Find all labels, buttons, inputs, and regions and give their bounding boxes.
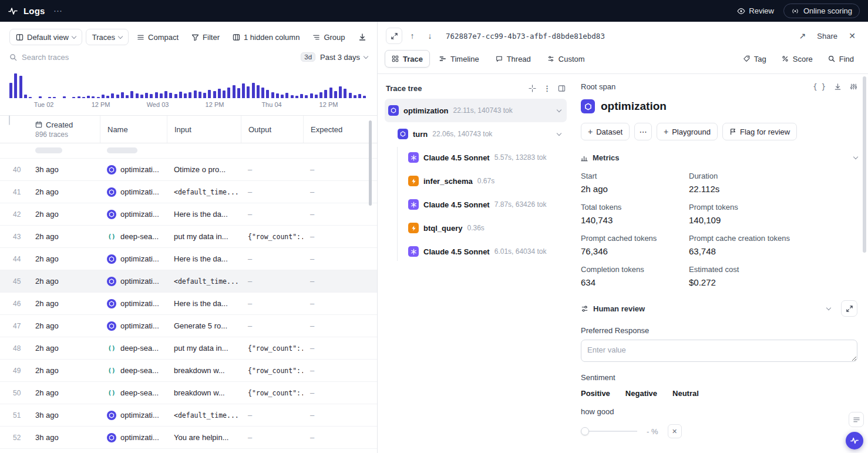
assistant-fab-button[interactable] bbox=[846, 432, 863, 449]
find-button[interactable]: Find bbox=[821, 50, 861, 68]
table-row[interactable]: 422h agooptimizati...Here is the da...–– bbox=[0, 203, 377, 226]
table-row[interactable]: 462h agooptimizati...Here is the da...–– bbox=[0, 293, 377, 315]
clear-score-button[interactable]: ✕ bbox=[668, 424, 682, 438]
share-button[interactable]: Share bbox=[817, 32, 837, 41]
prev-trace-button[interactable]: ↑ bbox=[405, 28, 420, 43]
flag-icon bbox=[729, 128, 736, 135]
tag-button[interactable]: Tag bbox=[736, 50, 773, 68]
review-button[interactable]: Review bbox=[737, 6, 774, 15]
open-playground-button[interactable]: +Playground bbox=[657, 123, 718, 140]
function-icon: () bbox=[107, 232, 116, 241]
trace-tree-node[interactable]: Claude 4.5 Sonnet6.01s, 64034 tok bbox=[385, 240, 567, 263]
histogram-bar bbox=[130, 91, 133, 98]
chevron-down-icon bbox=[826, 305, 831, 310]
panel-toggle-icon[interactable] bbox=[558, 85, 566, 92]
score-button[interactable]: Score bbox=[775, 50, 820, 68]
histogram-bar bbox=[208, 90, 211, 98]
tab-custom[interactable]: Custom bbox=[540, 50, 592, 68]
table-row[interactable]: 523h agooptimizati...You are helpin...–– bbox=[0, 427, 377, 449]
select-all-checkbox[interactable] bbox=[9, 115, 10, 125]
tune-icon[interactable] bbox=[850, 83, 857, 90]
table-row[interactable]: 482h ago()deep-sea...put my data in...{"… bbox=[0, 337, 377, 360]
more-options-icon[interactable]: ⋮ bbox=[543, 84, 551, 93]
trace-tree-panel: Trace tree ⋮ optimization22.11s, 140743 … bbox=[378, 74, 573, 453]
input-cell: <default_time... bbox=[167, 277, 241, 286]
metric-label: Completion tokens bbox=[581, 265, 689, 274]
table-scrollbar[interactable] bbox=[369, 120, 372, 206]
trace-count: 896 traces bbox=[35, 130, 68, 139]
close-button[interactable]: ✕ bbox=[845, 28, 860, 43]
histogram-bar bbox=[310, 93, 313, 98]
trace-tree-node[interactable]: turn22.06s, 140743 tok bbox=[385, 122, 567, 146]
sentiment-positive-button[interactable]: Positive bbox=[581, 389, 610, 398]
download-button[interactable] bbox=[354, 29, 371, 45]
table-row[interactable]: 452h agooptimizati...<default_time...–– bbox=[0, 270, 377, 293]
trace-tree-node[interactable]: btql_query0.36s bbox=[385, 216, 567, 240]
filter-button[interactable]: Filter bbox=[187, 29, 224, 45]
json-view-icon[interactable]: { } bbox=[813, 83, 826, 91]
topbar-more-button[interactable]: ⋯ bbox=[51, 6, 65, 16]
search-input[interactable] bbox=[22, 53, 296, 62]
traces-selector[interactable]: Traces bbox=[86, 29, 129, 45]
group-button[interactable]: Group bbox=[308, 29, 349, 45]
table-row[interactable]: 472h agooptimizati...Generate 5 ro...–– bbox=[0, 315, 377, 337]
table-row[interactable]: 412h agooptimizati...<default_time...–– bbox=[0, 181, 377, 203]
table-row[interactable]: 492h ago()deep-sea...breakdown w...{"row… bbox=[0, 360, 377, 382]
column-header-name[interactable]: Name bbox=[100, 116, 167, 143]
flag-for-review-button[interactable]: Flag for review bbox=[722, 123, 797, 140]
list-toggle-button[interactable] bbox=[849, 412, 864, 427]
human-review-header[interactable]: Human review bbox=[581, 300, 857, 317]
add-to-dataset-button[interactable]: +Dataset bbox=[581, 123, 630, 140]
row-number: 42 bbox=[0, 210, 28, 219]
tab-trace[interactable]: Trace bbox=[385, 50, 430, 68]
preferred-response-input[interactable] bbox=[581, 340, 857, 362]
row-number: 45 bbox=[0, 277, 28, 286]
table-header: Created 896 traces Name Input Output Exp… bbox=[0, 115, 377, 143]
view-label: Default view bbox=[27, 33, 69, 42]
slider-knob[interactable] bbox=[581, 427, 589, 435]
sentiment-neutral-button[interactable]: Neutral bbox=[672, 389, 699, 398]
tab-timeline[interactable]: Timeline bbox=[432, 50, 486, 68]
compact-toggle[interactable]: Compact bbox=[132, 29, 183, 45]
detail-scrollbar[interactable] bbox=[863, 76, 866, 253]
expand-trace-button[interactable] bbox=[386, 28, 402, 44]
collapse-all-icon[interactable] bbox=[529, 85, 536, 92]
dataset-more-button[interactable]: ⋯ bbox=[634, 123, 652, 140]
time-range-selector[interactable]: Past 3 days bbox=[320, 53, 368, 62]
table-row[interactable]: 502h ago()deep-sea...breakdown w...{"row… bbox=[0, 382, 377, 404]
trace-tree-node[interactable]: infer_schema0.67s bbox=[385, 169, 567, 193]
name-cell: ()deep-sea... bbox=[100, 388, 167, 398]
histogram-bar bbox=[106, 96, 109, 98]
trace-tree-node[interactable]: Claude 4.5 Sonnet7.87s, 63426 tok bbox=[385, 193, 567, 216]
hidden-columns-button[interactable]: 1 hidden column bbox=[228, 29, 304, 45]
how-good-row: - % ✕ bbox=[581, 424, 857, 438]
histogram-bar bbox=[271, 92, 274, 98]
trace-tree-node[interactable]: optimization22.11s, 140743 tok bbox=[385, 99, 567, 122]
tab-thread[interactable]: Thread bbox=[489, 50, 538, 68]
view-selector[interactable]: Default view bbox=[9, 29, 82, 45]
online-scoring-button[interactable]: Online scoring bbox=[783, 4, 860, 18]
metrics-header[interactable]: Metrics bbox=[581, 153, 857, 162]
expand-review-button[interactable] bbox=[841, 300, 857, 317]
open-in-new-icon[interactable]: ↗ bbox=[795, 28, 810, 43]
table-row[interactable]: 442h agooptimizati...Here is the da...–– bbox=[0, 248, 377, 270]
chevron-down-icon[interactable] bbox=[557, 130, 561, 135]
sentiment-negative-button[interactable]: Negative bbox=[625, 389, 657, 398]
next-trace-button[interactable]: ↓ bbox=[422, 28, 438, 43]
table-row[interactable]: 403h agooptimizati...Otimize o pro...–– bbox=[0, 159, 377, 181]
table-row[interactable]: 513h agooptimizati...<default_time...–– bbox=[0, 404, 377, 427]
histogram-bar bbox=[261, 88, 264, 98]
column-header-output[interactable]: Output bbox=[241, 116, 303, 143]
column-header-created[interactable]: Created 896 traces bbox=[28, 116, 100, 143]
trace-tree-node[interactable]: Claude 4.5 Sonnet5.57s, 13283 tok bbox=[385, 146, 567, 169]
how-good-slider[interactable] bbox=[581, 427, 637, 435]
chevron-down-icon[interactable] bbox=[557, 107, 561, 112]
row-number: 41 bbox=[0, 188, 28, 196]
histogram-bar bbox=[53, 97, 56, 98]
tab-label: Trace bbox=[403, 55, 423, 63]
traces-histogram[interactable] bbox=[9, 70, 368, 98]
column-header-input[interactable]: Input bbox=[167, 116, 241, 143]
column-header-expected[interactable]: Expected bbox=[303, 116, 369, 143]
table-row[interactable]: 432h ago()deep-sea...put my data in...{"… bbox=[0, 226, 377, 248]
download-icon[interactable] bbox=[834, 83, 842, 90]
